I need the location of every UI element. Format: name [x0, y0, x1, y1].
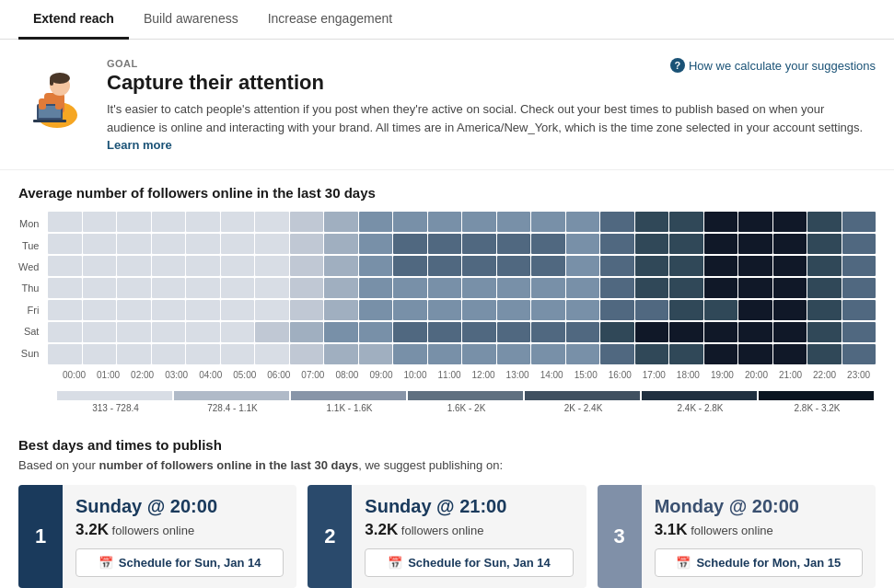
- calendar-icon: 📅: [676, 556, 691, 570]
- heatmap-cell: [290, 278, 323, 298]
- heatmap-cell: [842, 212, 876, 232]
- heatmap-cell: [807, 278, 841, 298]
- heatmap-cell: [462, 322, 495, 342]
- legend-color-segment: [291, 391, 406, 400]
- heatmap-cell: [221, 322, 254, 342]
- day-label-mon: Mon: [18, 213, 42, 234]
- card-body: Monday @ 20:003.1K followers online📅Sche…: [642, 485, 876, 588]
- heatmap-container: MonTueWedThuFriSatSun 00:0001:0002:0003:…: [18, 212, 876, 413]
- heatmap-cell: [290, 212, 323, 232]
- card-followers-label: followers online: [109, 524, 194, 537]
- heatmap-cell: [393, 278, 426, 298]
- heatmap-cell: [738, 300, 772, 320]
- heatmap-cell: [704, 344, 737, 364]
- hour-label: 21:00: [773, 370, 807, 380]
- heatmap-cell: [255, 234, 288, 254]
- heatmap-cell: [462, 344, 495, 364]
- heatmap-cell: [842, 278, 876, 298]
- legend-color-segment: [759, 391, 874, 400]
- day-label-fri: Fri: [18, 300, 42, 320]
- hour-label: 12:00: [467, 370, 501, 380]
- heatmap-cell: [531, 212, 564, 232]
- heatmap-cell: [117, 256, 150, 276]
- heatmap-cell: [497, 212, 530, 232]
- heatmap-cell: [704, 278, 737, 298]
- heatmap-title: Average number of followers online in th…: [18, 185, 876, 201]
- heatmap-cell: [462, 234, 495, 254]
- heatmap-cell: [83, 322, 116, 342]
- heatmap-cell: [428, 344, 461, 364]
- hour-label: 08:00: [330, 370, 364, 380]
- heatmap-cell: [566, 300, 599, 320]
- schedule-button[interactable]: 📅Schedule for Mon, Jan 15: [655, 548, 863, 577]
- tab-increase-engagement[interactable]: Increase engagement: [253, 0, 407, 40]
- card-time: Sunday @ 21:00: [365, 496, 573, 517]
- help-link[interactable]: ? How we calculate your suggestions: [670, 58, 876, 73]
- legend-range-label: 1.6K - 2K: [408, 403, 525, 413]
- heatmap-cell: [738, 322, 772, 342]
- heatmap-cell: [48, 256, 81, 276]
- heatmap-cell: [497, 344, 530, 364]
- hour-label: 22:00: [807, 370, 842, 380]
- heatmap-cell: [83, 212, 116, 232]
- heatmap-cell: [186, 344, 219, 364]
- hour-label: 00:00: [57, 370, 91, 380]
- hour-label: 14:00: [535, 370, 569, 380]
- heatmap-cell: [600, 234, 633, 254]
- heatmap-cell: [221, 344, 254, 364]
- hour-label: 01:00: [91, 370, 125, 380]
- heatmap-cell: [842, 234, 876, 254]
- heatmap-cell: [48, 234, 81, 254]
- hero-title: Capture their attention: [107, 71, 876, 95]
- card-body: Sunday @ 21:003.2K followers online📅Sche…: [352, 485, 586, 588]
- heatmap-cell: [600, 256, 633, 276]
- tab-extend-reach[interactable]: Extend reach: [18, 0, 129, 40]
- heatmap-cell: [807, 234, 841, 254]
- hour-label: 17:00: [637, 370, 671, 380]
- tab-build-awareness[interactable]: Build awareness: [129, 0, 253, 40]
- card-time: Monday @ 20:00: [655, 496, 863, 517]
- hour-label: 19:00: [705, 370, 739, 380]
- heatmap-cell: [359, 344, 392, 364]
- heatmap-cell: [428, 234, 461, 254]
- heatmap-cell: [704, 322, 737, 342]
- heatmap-cell: [117, 300, 150, 320]
- heatmap-cell: [807, 256, 841, 276]
- learn-more-link[interactable]: Learn more: [107, 138, 172, 152]
- heatmap-cell: [635, 234, 668, 254]
- schedule-button[interactable]: 📅Schedule for Sun, Jan 14: [75, 548, 284, 577]
- heatmap-row-fri: [48, 300, 876, 320]
- heatmap-cell: [462, 256, 495, 276]
- heatmap-cell: [773, 278, 807, 298]
- heatmap-cells: [48, 212, 876, 366]
- hour-label: 09:00: [364, 370, 398, 380]
- heatmap-row-tue: [48, 234, 876, 254]
- heatmap-cell: [83, 344, 116, 364]
- heatmap-cell: [738, 212, 772, 232]
- heatmap-cell: [600, 322, 633, 342]
- svg-rect-8: [39, 98, 46, 110]
- hour-label: 16:00: [603, 370, 637, 380]
- heatmap-cell: [83, 278, 116, 298]
- heatmap-cell: [738, 256, 772, 276]
- heatmap-cell: [600, 344, 633, 364]
- schedule-button[interactable]: 📅Schedule for Sun, Jan 14: [365, 548, 573, 577]
- heatmap-cell: [704, 234, 737, 254]
- heatmap-cell: [393, 256, 426, 276]
- heatmap-cell: [290, 300, 323, 320]
- hour-label: 05:00: [227, 370, 261, 380]
- schedule-label: Schedule for Mon, Jan 15: [696, 556, 841, 570]
- heatmap-cell: [359, 234, 392, 254]
- heatmap-cell: [255, 212, 288, 232]
- heatmap-cell: [842, 256, 876, 276]
- heatmap-cell: [669, 278, 702, 298]
- heatmap-cell: [669, 256, 702, 276]
- heatmap-cell: [255, 300, 288, 320]
- heatmap-cell: [221, 212, 254, 232]
- help-icon: ?: [670, 58, 685, 73]
- svg-rect-9: [55, 98, 63, 110]
- heatmap-cell: [428, 278, 461, 298]
- heatmap-cell: [255, 256, 288, 276]
- card-rank-number: 3: [598, 485, 642, 588]
- heatmap-cell: [669, 344, 702, 364]
